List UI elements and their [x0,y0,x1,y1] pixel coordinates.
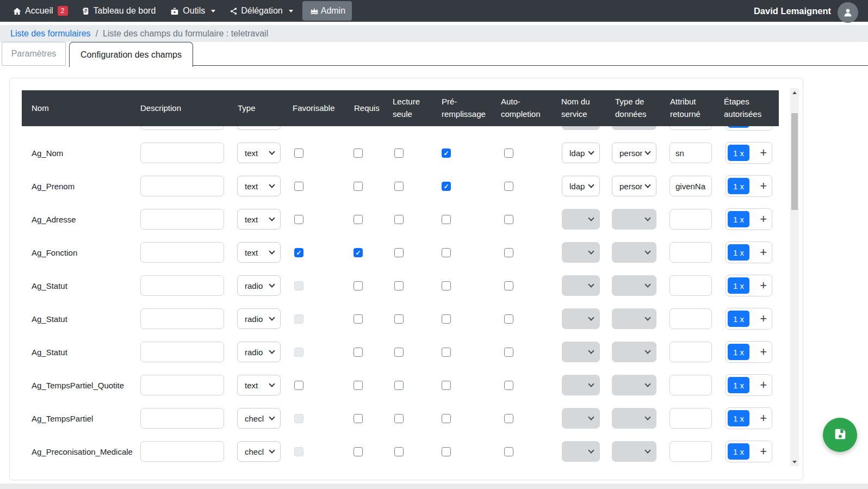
add-etape-button[interactable]: + [760,242,772,263]
favorisable-checkbox[interactable] [294,414,303,423]
auto-completion-checkbox[interactable] [504,248,513,257]
nav-item-tableau-de-bord[interactable]: Tableau de bord [75,0,163,22]
nom-du-service-select[interactable] [562,375,600,395]
horizontal-scrollbar[interactable] [0,484,868,489]
add-etape-button[interactable]: + [760,342,772,362]
lecture-seule-checkbox[interactable] [394,281,404,290]
description-input[interactable] [140,143,224,163]
lecture-seule-checkbox[interactable] [394,148,404,158]
add-etape-button[interactable]: + [760,441,772,462]
etapes-badge[interactable]: 1 x [728,145,749,161]
type-select[interactable]: radio [237,342,281,362]
add-etape-button[interactable]: + [760,176,772,196]
type-de-donnees-select[interactable] [612,308,656,329]
add-etape-button[interactable]: + [760,275,772,296]
scrollbar-thumb[interactable] [791,113,798,210]
type-select[interactable]: text [237,242,281,263]
nav-item-admin[interactable]: Admin [302,1,352,21]
etapes-badge[interactable]: 1 x [728,277,749,294]
pre-remplissage-checkbox[interactable] [442,314,451,324]
favorisable-checkbox[interactable] [294,281,303,290]
type-de-donnees-select[interactable] [612,275,656,296]
scroll-down-arrow-icon[interactable] [790,457,799,466]
attribut-retourne-input[interactable] [669,441,712,462]
etapes-badge[interactable]: 1 x [728,344,749,360]
description-input[interactable] [140,176,224,196]
lecture-seule-checkbox[interactable] [394,182,404,191]
type-select[interactable]: radio [237,308,281,329]
nom-du-service-select[interactable]: ldap [562,176,600,196]
type-select[interactable]: checl [237,441,281,462]
pre-remplissage-checkbox[interactable] [442,381,451,390]
nav-item-delegation[interactable]: Délégation [222,0,300,22]
favorisable-checkbox[interactable] [294,148,303,158]
requis-checkbox[interactable] [354,348,363,357]
type-de-donnees-select[interactable] [612,342,656,362]
auto-completion-checkbox[interactable] [504,281,513,290]
type-select[interactable]: text [237,209,281,230]
tab-parametres[interactable]: Paramètres [2,42,66,66]
type-select[interactable]: checl [237,408,281,429]
favorisable-checkbox[interactable] [294,314,303,324]
lecture-seule-checkbox[interactable] [394,381,404,390]
auto-completion-checkbox[interactable] [504,215,513,224]
nom-du-service-select[interactable] [562,441,600,462]
lecture-seule-checkbox[interactable] [394,215,404,224]
type-de-donnees-select[interactable] [612,242,656,263]
requis-checkbox[interactable] [354,281,363,290]
requis-checkbox[interactable] [354,182,363,191]
auto-completion-checkbox[interactable] [504,314,513,324]
favorisable-checkbox[interactable] [294,182,303,191]
description-input[interactable] [140,209,224,230]
auto-completion-checkbox[interactable] [504,447,513,456]
favorisable-checkbox[interactable] [294,215,303,224]
etapes-badge[interactable]: 1 x [728,377,749,393]
pre-remplissage-checkbox[interactable] [442,182,451,191]
requis-checkbox[interactable] [354,447,363,456]
user-avatar[interactable] [838,2,858,23]
nav-item-outils[interactable]: Outils [163,0,222,22]
lecture-seule-checkbox[interactable] [394,348,404,357]
auto-completion-checkbox[interactable] [504,348,513,357]
pre-remplissage-checkbox[interactable] [442,215,451,224]
etapes-badge[interactable]: 1 x [728,443,749,460]
attribut-retourne-input[interactable] [669,209,712,230]
favorisable-checkbox[interactable] [294,447,303,456]
tab-configuration-des-champs[interactable]: Configuration des champs [69,42,193,67]
etapes-badge[interactable]: 1 x [728,211,749,227]
add-etape-button[interactable]: + [760,308,772,329]
type-de-donnees-select[interactable]: person [612,176,656,196]
pre-remplissage-checkbox[interactable] [442,447,451,456]
pre-remplissage-checkbox[interactable] [442,248,451,257]
description-input[interactable] [140,408,224,429]
requis-checkbox[interactable] [354,148,363,158]
lecture-seule-checkbox[interactable] [394,414,404,423]
nom-du-service-select[interactable] [562,242,600,263]
add-etape-button[interactable]: + [760,209,772,230]
etapes-badge[interactable]: 1 x [728,244,749,261]
description-input[interactable] [140,342,224,362]
etapes-badge[interactable]: 1 x [728,178,749,194]
add-etape-button[interactable]: + [760,408,772,429]
type-de-donnees-select[interactable] [612,375,656,395]
pre-remplissage-checkbox[interactable] [442,414,451,423]
description-input[interactable] [140,441,224,462]
type-select[interactable]: text [237,143,281,163]
description-input[interactable] [140,275,224,296]
table-scrollbar[interactable] [790,88,799,466]
nav-item-accueil[interactable]: Accueil 2 [5,0,75,22]
lecture-seule-checkbox[interactable] [394,447,404,456]
nom-du-service-select[interactable] [562,275,600,296]
favorisable-checkbox[interactable] [294,348,303,357]
pre-remplissage-checkbox[interactable] [442,148,451,158]
type-select[interactable]: radio [237,275,281,296]
requis-checkbox[interactable] [354,381,363,390]
auto-completion-checkbox[interactable] [504,182,513,191]
favorisable-checkbox[interactable] [294,248,303,257]
lecture-seule-checkbox[interactable] [394,248,404,257]
attribut-retourne-input[interactable] [669,176,712,196]
attribut-retourne-input[interactable] [669,408,712,429]
requis-checkbox[interactable] [354,314,363,324]
pre-remplissage-checkbox[interactable] [442,348,451,357]
auto-completion-checkbox[interactable] [504,414,513,423]
